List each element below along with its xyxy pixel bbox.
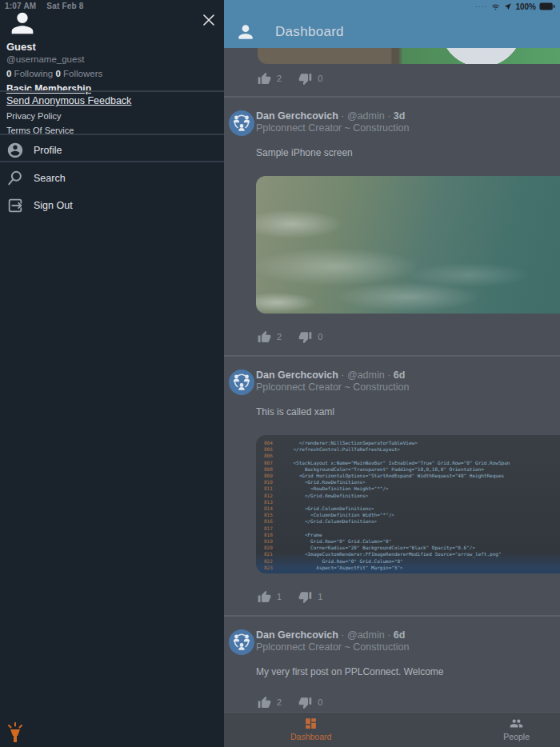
post-welcome: Dan Gerchcovich · @admin · 6d Pplconnect… — [224, 617, 560, 712]
pplconnect-logo-icon — [5, 720, 26, 744]
post-header: Dan Gerchcovich · @admin · 6d Pplconnect… — [256, 629, 560, 655]
post-header: Dan Gerchcovich · @admin · 3d Pplconnect… — [256, 110, 560, 136]
dashboard-panel: ···· 100% Dashboard — [224, 0, 560, 747]
post-author[interactable]: Dan Gerchcovich — [256, 110, 338, 122]
menu-item-label: Sign Out — [34, 200, 73, 211]
app-screen: 1:07 AM Sat Feb 8 Guest @username_guest … — [0, 0, 560, 747]
post-author[interactable]: Dan Gerchcovich — [256, 370, 338, 381]
post-reactions: 2 0 — [258, 71, 560, 86]
post-image[interactable] — [258, 48, 560, 64]
send-feedback-link[interactable]: Send Anonymous Feedback — [6, 94, 131, 107]
post-image-ocean[interactable] — [256, 176, 560, 314]
profile-icon — [6, 142, 24, 159]
menu-item-label: Search — [34, 173, 66, 184]
divider — [0, 134, 224, 135]
tab-label: People — [503, 732, 530, 741]
post-age: 6d — [394, 370, 406, 381]
wifi-icon — [490, 2, 501, 11]
thumbs-up-icon[interactable] — [258, 72, 271, 86]
close-drawer-icon[interactable] — [202, 13, 216, 27]
author-avatar-icon[interactable] — [229, 370, 254, 395]
tab-dashboard[interactable]: Dashboard — [290, 717, 331, 747]
thumbs-up-icon[interactable] — [258, 330, 271, 344]
status-date: Sat Feb 8 — [46, 2, 83, 10]
page-title: Dashboard — [275, 24, 344, 40]
cellular-signal-icon: ···· — [474, 2, 487, 10]
post-reactions: 2 0 — [258, 695, 560, 709]
post-partial: 2 0 — [224, 48, 560, 98]
privacy-policy-link[interactable]: Privacy Policy — [6, 110, 131, 122]
location-arrow-icon — [504, 2, 512, 10]
battery-icon — [539, 2, 555, 10]
navigation-drawer: 1:07 AM Sat Feb 8 Guest @username_guest … — [0, 0, 224, 747]
like-count: 2 — [277, 332, 282, 342]
thumbs-down-icon[interactable] — [298, 330, 312, 344]
followers-label: Followers — [63, 69, 102, 78]
dislike-count: 1 — [318, 592, 322, 601]
tab-people[interactable]: People — [503, 717, 530, 747]
dashboard-icon — [304, 717, 318, 730]
post-author-subtitle: Pplconnect Creator ~ Construction — [256, 641, 560, 653]
tab-label: Dashboard — [290, 732, 331, 741]
post-author-handle[interactable]: @admin — [347, 370, 385, 381]
divider — [0, 90, 224, 92]
people-icon — [510, 717, 523, 730]
menu-item-label: Profile — [34, 145, 62, 156]
app-bar: ···· 100% Dashboard — [224, 0, 560, 48]
post-author[interactable]: Dan Gerchcovich — [256, 629, 338, 641]
post-age: 6d — [394, 629, 406, 641]
thumbs-up-icon[interactable] — [258, 590, 271, 604]
like-count: 2 — [277, 74, 282, 83]
user-summary: Guest @username_guest 0 Following 0 Foll… — [6, 41, 102, 95]
bottom-tab-bar: Dashboard People — [224, 712, 560, 747]
like-count: 1 — [277, 592, 282, 601]
battery-percent: 100% — [515, 2, 536, 11]
thumbs-down-icon[interactable] — [298, 72, 312, 86]
sign-out-icon — [6, 197, 24, 214]
post-author-handle[interactable]: @admin — [347, 629, 385, 641]
user-handle: @username_guest — [6, 54, 102, 66]
divider — [0, 161, 224, 162]
dashboard-person-icon — [235, 22, 256, 42]
thumbs-up-icon[interactable] — [258, 696, 271, 709]
following-count: 0 — [6, 69, 11, 78]
menu-item-sign-out[interactable]: Sign Out — [0, 192, 224, 219]
followers-count: 0 — [55, 69, 60, 78]
dislike-count: 0 — [318, 74, 322, 83]
post-sample-iphone: Dan Gerchcovich · @admin · 3d Pplconnect… — [224, 98, 560, 357]
dislike-count: 0 — [318, 697, 322, 707]
user-stats: 0 Following 0 Followers — [6, 68, 102, 80]
post-body-text: This is called xaml — [256, 406, 560, 417]
terms-of-service-link[interactable]: Terms Of Service — [6, 124, 131, 137]
post-body-text: My very first post on PPLConnect. Welcom… — [256, 666, 560, 677]
post-age: 3d — [394, 110, 406, 122]
post-reactions: 1 1 — [258, 589, 560, 604]
user-name: Guest — [6, 41, 102, 53]
guest-avatar-icon — [6, 7, 38, 39]
post-reactions: 2 0 — [258, 330, 560, 344]
drawer-links: Send Anonymous Feedback Privacy Policy T… — [6, 94, 131, 138]
post-header: Dan Gerchcovich · @admin · 6d Pplconnect… — [256, 370, 560, 395]
post-author-handle[interactable]: @admin — [347, 110, 385, 122]
thumbs-down-icon[interactable] — [298, 696, 312, 709]
dashboard-feed[interactable]: 2 0 — [224, 48, 560, 712]
author-avatar-icon[interactable] — [229, 629, 254, 655]
post-image-xaml-code[interactable]: 804 </renderer:NillSectionSeperatorTable… — [256, 435, 560, 573]
thumbs-down-icon[interactable] — [298, 590, 312, 604]
following-label: Following — [14, 69, 54, 78]
dislike-count: 0 — [318, 332, 322, 342]
membership-link[interactable]: Basic Membership — [6, 83, 91, 95]
post-author-subtitle: Pplconnect Creator ~ Construction — [256, 381, 560, 393]
post-body-text: Sample iPhone screen — [256, 147, 560, 158]
post-author-subtitle: Pplconnect Creator ~ Construction — [256, 122, 560, 134]
menu-item-search[interactable]: Search — [0, 165, 224, 192]
author-avatar-icon[interactable] — [229, 110, 254, 136]
status-bar-right: ···· 100% — [474, 2, 555, 11]
search-icon — [6, 170, 24, 187]
menu-item-profile[interactable]: Profile — [0, 137, 224, 164]
like-count: 2 — [277, 697, 282, 707]
post-xaml: Dan Gerchcovich · @admin · 6d Pplconnect… — [224, 357, 560, 617]
